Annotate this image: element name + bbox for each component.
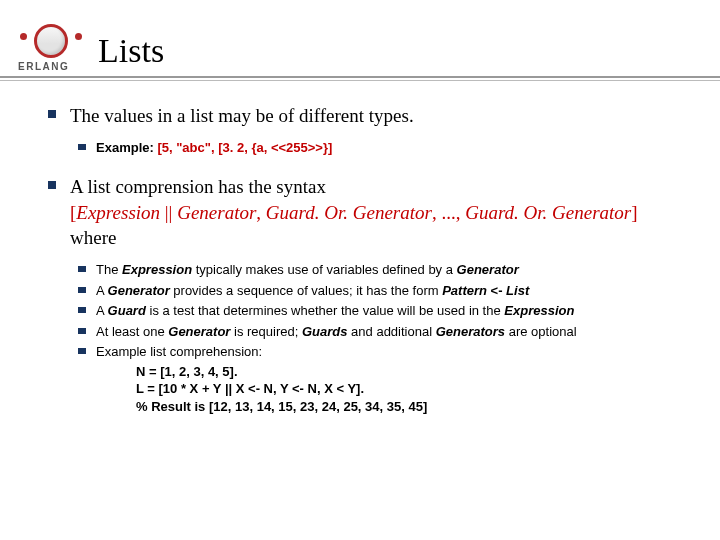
bullet-1-sub: Example: [5, "abc", [3. 2, {a, <<255>>}] <box>78 139 682 157</box>
divider-thick <box>0 76 720 78</box>
bullet-2: A list comprension has the syntax [Expre… <box>48 174 682 415</box>
code-line-3: % Result is [12, 13, 14, 15, 23, 24, 25,… <box>136 398 682 416</box>
bullet-2-sub-1: The Expression typically makes use of va… <box>78 261 682 279</box>
bullet-2-text: A list comprension has the syntax [Expre… <box>70 174 638 251</box>
bullet-icon <box>78 307 86 313</box>
bullet-icon <box>78 144 86 150</box>
bullet-1: The values in a list may be of different… <box>48 103 682 156</box>
erlang-logo: ERLANG <box>18 22 84 72</box>
bullet-icon <box>48 110 56 118</box>
example-code: [5, "abc", [3. 2, {a, <<255>>}] <box>157 140 332 155</box>
bullet-icon <box>78 348 86 354</box>
slide-header: ERLANG Lists <box>0 0 720 72</box>
code-line-2: L = [10 * X + Y || X <- N, Y <- N, X < Y… <box>136 380 682 398</box>
slide-title: Lists <box>98 32 164 72</box>
divider-thin <box>0 80 720 81</box>
bullet-icon <box>78 328 86 334</box>
logo-brand-text: ERLANG <box>18 61 69 72</box>
code-block: N = [1, 2, 3, 4, 5]. L = [10 * X + Y || … <box>136 363 682 416</box>
bullet-icon <box>48 181 56 189</box>
bullet-2-sub-3: A Guard is a test that determines whethe… <box>78 302 682 320</box>
bullet-2-sub-4: At least one Generator is required; Guar… <box>78 323 682 341</box>
slide-content: The values in a list may be of different… <box>0 103 720 415</box>
bullet-icon <box>78 287 86 293</box>
bullet-2-sub-2: A Generator provides a sequence of value… <box>78 282 682 300</box>
example-label: Example: <box>96 140 157 155</box>
bullet-2-sub-5: Example list comprehension: N = [1, 2, 3… <box>78 343 682 415</box>
code-line-1: N = [1, 2, 3, 4, 5]. <box>136 363 682 381</box>
bullet-icon <box>78 266 86 272</box>
bullet-1-text: The values in a list may be of different… <box>70 103 414 129</box>
